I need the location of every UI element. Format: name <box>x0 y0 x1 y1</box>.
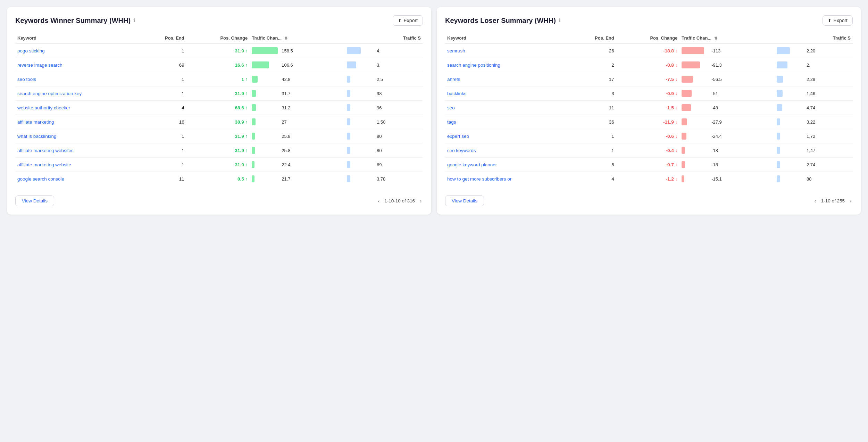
loser-traffic-cell: 2,74 <box>775 158 853 172</box>
loser-pos-change: -0.7 ↓ <box>616 158 679 172</box>
loser-view-details-button[interactable]: View Details <box>445 195 484 206</box>
loser-traffic-val: 4,74 <box>807 105 815 110</box>
loser-col-pos-change: Pos. Change <box>616 33 679 44</box>
loser-keyword-link[interactable]: seo <box>447 105 455 110</box>
winner-pos-change: 0.5 ↑ <box>186 172 250 186</box>
winner-title-text: Keywords Winner Summary (WHH) <box>15 17 131 25</box>
winner-traffic-change-num: 31.7 <box>282 91 294 96</box>
loser-keyword-link[interactable]: seo keywords <box>447 148 476 153</box>
loser-traffic-bar2-container <box>777 175 804 182</box>
loser-export-button[interactable]: ⬆ Export <box>823 15 853 26</box>
winner-col-traffic-chan[interactable]: Traffic Chan... ⇅ <box>250 33 345 44</box>
winner-traffic-change-cell: 25.8 <box>250 129 345 143</box>
winner-keyword-link[interactable]: google search console <box>17 176 64 182</box>
winner-keyword-link[interactable]: what is backlinking <box>17 134 57 139</box>
winner-title: Keywords Winner Summary (WHH) ℹ <box>15 17 135 25</box>
loser-traffic-bar <box>682 133 686 140</box>
loser-traffic-change-cell: -56.5 <box>679 72 775 86</box>
loser-keyword-link[interactable]: ahrefs <box>447 77 460 82</box>
winner-keyword-link[interactable]: affiliate marketing <box>17 119 54 125</box>
winner-keyword-link[interactable]: search engine optimization key <box>17 91 82 96</box>
loser-table-row: seo keywords 1 -0.4 ↓ -18 1,47 <box>445 143 853 158</box>
winner-traffic-cell: 4, <box>345 44 423 58</box>
loser-info-icon[interactable]: ℹ <box>559 18 560 23</box>
loser-col-pos-end: Pos. End <box>572 33 616 44</box>
loser-traffic-change-num: -48 <box>711 105 724 110</box>
winner-info-icon[interactable]: ℹ <box>133 18 135 23</box>
winner-traffic-bar2 <box>347 118 350 125</box>
loser-table-row: ahrefs 17 -7.5 ↓ -56.5 2,29 <box>445 72 853 86</box>
loser-traffic-change-filter-icon[interactable]: ⇅ <box>714 36 717 41</box>
loser-table-row: expert seo 1 -0.6 ↓ -24.4 1,72 <box>445 129 853 143</box>
loser-keyword-link[interactable]: expert seo <box>447 134 469 139</box>
loser-keyword-link[interactable]: backlinks <box>447 91 467 96</box>
loser-pagination: ‹ 1-10 of 255 › <box>813 197 853 205</box>
loser-traffic-val: 2,20 <box>807 48 815 53</box>
loser-pos-end: 1 <box>572 129 616 143</box>
loser-traffic-cell: 1,47 <box>775 143 853 158</box>
winner-traffic-change-num: 27 <box>282 119 294 125</box>
loser-col-keyword: Keyword <box>445 33 572 44</box>
winner-pos-change: 30.9 ↑ <box>186 115 250 129</box>
loser-traffic-change-cell: -113 <box>679 44 775 58</box>
loser-traffic-change-cell: -91.3 <box>679 58 775 72</box>
loser-traffic-cell: 1,46 <box>775 86 853 101</box>
winner-pos-change: 16.6 ↑ <box>186 58 250 72</box>
loser-pos-change: -0.6 ↓ <box>616 129 679 143</box>
winner-traffic-change-cell: 31.7 <box>250 86 345 101</box>
loser-traffic-bar <box>682 76 693 83</box>
winner-pos-change: 31.9 ↑ <box>186 129 250 143</box>
loser-keyword-link[interactable]: tags <box>447 119 456 125</box>
loser-pos-change: -0.9 ↓ <box>616 86 679 101</box>
winner-pos-end: 1 <box>142 143 186 158</box>
winner-table-row: affiliate marketing website 1 31.9 ↑ 22.… <box>15 158 423 172</box>
loser-traffic-change-num: -15.1 <box>711 176 724 182</box>
winner-keyword-link[interactable]: reverse image search <box>17 62 62 68</box>
winner-pos-end: 11 <box>142 172 186 186</box>
winner-traffic-bar-container <box>252 47 279 54</box>
winner-panel-header: Keywords Winner Summary (WHH) ℹ ⬆ Export <box>15 15 423 26</box>
loser-traffic-change-num: -91.3 <box>711 62 724 68</box>
winner-traffic-bar-container <box>252 175 279 182</box>
loser-traffic-bar <box>682 147 685 154</box>
loser-pos-end: 11 <box>572 101 616 115</box>
winner-export-button[interactable]: ⬆ Export <box>393 15 423 26</box>
winner-col-pos-change: Pos. Change <box>186 33 250 44</box>
winner-traffic-bar2 <box>347 133 350 140</box>
loser-pos-change: -11.9 ↓ <box>616 115 679 129</box>
winner-traffic-bar2-container <box>347 161 375 168</box>
loser-traffic-bar2-container <box>777 90 804 97</box>
winner-pos-end: 4 <box>142 101 186 115</box>
traffic-change-filter-icon[interactable]: ⇅ <box>284 36 287 41</box>
loser-traffic-bar2 <box>777 104 782 111</box>
winner-keyword-link[interactable]: seo tools <box>17 77 36 82</box>
loser-keyword-link[interactable]: search engine positioning <box>447 62 500 68</box>
winner-traffic-bar2 <box>347 47 361 54</box>
winner-traffic-change-cell: 106.6 <box>250 58 345 72</box>
winner-view-details-button[interactable]: View Details <box>15 195 54 206</box>
winner-prev-page-button[interactable]: ‹ <box>376 197 381 205</box>
winner-traffic-val: 98 <box>377 91 382 96</box>
loser-keyword-link[interactable]: how to get more subscribers or <box>447 176 511 182</box>
loser-traffic-change-cell: -48 <box>679 101 775 115</box>
loser-col-traffic-chan[interactable]: Traffic Chan... ⇅ <box>679 33 775 44</box>
loser-keyword-link[interactable]: semrush <box>447 48 465 53</box>
winner-traffic-bar <box>252 147 255 154</box>
loser-traffic-change-num: -56.5 <box>711 77 724 82</box>
winner-traffic-bar2-container <box>347 104 375 111</box>
winner-keyword-link[interactable]: website authority checker <box>17 105 70 110</box>
winner-traffic-bar2-container <box>347 90 375 97</box>
loser-pos-end: 1 <box>572 143 616 158</box>
loser-next-page-button[interactable]: › <box>848 197 853 205</box>
winner-traffic-val: 80 <box>377 148 382 153</box>
loser-prev-page-button[interactable]: ‹ <box>813 197 818 205</box>
loser-col-traffic: Traffic S <box>775 33 853 44</box>
winner-traffic-bar <box>252 90 256 97</box>
winner-col-keyword: Keyword <box>15 33 142 44</box>
loser-traffic-bar2-container <box>777 47 804 54</box>
winner-next-page-button[interactable]: › <box>418 197 423 205</box>
loser-keyword-link[interactable]: google keyword planner <box>447 162 497 167</box>
winner-keyword-link[interactable]: affiliate marketing website <box>17 162 71 167</box>
winner-keyword-link[interactable]: pogo sticking <box>17 48 45 53</box>
winner-keyword-link[interactable]: affiliate marketing websites <box>17 148 74 153</box>
